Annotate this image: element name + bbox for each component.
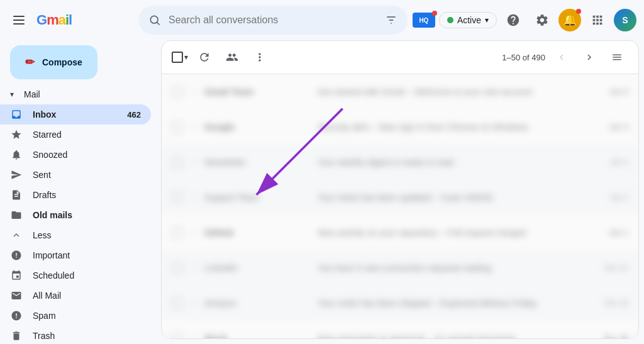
contacts-button[interactable] [221,46,243,69]
sidebar-section-mail[interactable]: ▾ Mail [0,84,161,104]
chevron-down-icon: ▾ [10,90,14,99]
sidebar-item-old-mails[interactable]: Old mails [0,205,151,225]
next-page-icon [584,52,595,63]
settings-button[interactable] [530,8,555,33]
prev-page-button[interactable] [550,46,573,69]
topbar-right: HQ Active ▾ 🔔 S [413,8,636,33]
star-icon: ☆ [191,297,199,309]
table-row[interactable]: ☆ Amazon Your order has been shipped – E… [162,286,638,321]
apps-button[interactable] [585,8,610,33]
hq-button-wrap: HQ [413,13,435,28]
star-icon [10,128,23,141]
important-label: Important [33,250,141,260]
email-list-wrapper: ☆ Gmail Team Get started with Gmail – We… [162,74,638,338]
select-all-checkbox-container: ▾ [172,52,188,63]
more-icon [253,51,266,64]
email-toolbar: ▾ 1–50 of 490 [162,41,638,74]
chevron-up-icon [10,229,23,241]
sidebar-item-all-mail[interactable]: All Mail [0,286,151,306]
starred-label: Starred [33,130,141,140]
star-icon: ☆ [191,191,199,203]
snoozed-label: Snoozed [33,150,141,160]
bell-notification-dot [576,9,581,14]
mail-section-label: Mail [24,89,40,99]
help-icon [506,13,520,27]
select-all-checkbox[interactable] [172,52,183,63]
row-checkbox [172,227,183,238]
search-input[interactable] [169,14,377,26]
svg-line-1 [157,23,160,25]
sidebar-item-drafts[interactable]: Drafts [0,185,151,205]
spam-icon [10,309,23,322]
row-checkbox [172,121,183,133]
refresh-icon [198,51,211,64]
table-row[interactable]: ☆ Support Team Your ticket has been upda… [162,180,638,215]
table-row[interactable]: ☆ Gmail Team Get started with Gmail – We… [162,74,638,109]
sidebar-item-scheduled[interactable]: Scheduled [0,265,151,286]
inbox-label: Inbox [33,109,117,119]
settings-icon [535,13,549,27]
row-checkbox [172,297,183,309]
menu-icon [13,23,25,25]
compose-label: Compose [42,57,82,67]
sidebar-item-spam[interactable]: Spam [0,306,151,326]
gmail-logo: Gmail [36,12,72,28]
table-row[interactable]: ☆ LinkedIn You have 5 new connection req… [162,250,638,286]
notification-bell-wrap: 🔔 [558,9,581,31]
hq-notification-dot [432,11,437,16]
more-options-button[interactable] [248,46,271,69]
star-icon: ☆ [191,262,199,274]
trash-label: Trash [33,331,141,341]
next-page-button[interactable] [578,46,601,69]
table-row[interactable]: ☆ Google Security alert – New sign in fr… [162,109,638,145]
sidebar-item-inbox[interactable]: Inbox 462 [0,104,151,125]
sidebar-item-snoozed[interactable]: Snoozed [0,145,151,165]
hq-button[interactable]: HQ [413,13,435,28]
select-dropdown-icon[interactable]: ▾ [184,53,188,62]
active-dot [447,17,453,23]
view-toggle-button[interactable] [606,46,628,69]
pagination-text: 1–50 of 490 [502,53,545,62]
all-mail-icon [10,289,23,302]
star-icon: ☆ [191,156,199,168]
star-icon: ☆ [191,121,199,133]
menu-button[interactable] [8,9,30,31]
star-icon: ☆ [191,332,199,338]
contacts-icon [226,51,238,64]
view-toggle-icon [611,52,623,63]
table-row[interactable]: ☆ Slack New messages in #general – 12 un… [162,321,638,338]
row-checkbox [172,262,183,274]
snooze-icon [10,148,23,161]
row-checkbox [172,157,183,168]
sidebar-item-less[interactable]: Less [0,225,151,245]
row-checkbox [172,333,183,339]
scheduled-icon [10,269,23,282]
sidebar-item-starred[interactable]: Starred [0,125,151,145]
sidebar-item-important[interactable]: Important [0,245,151,265]
help-button[interactable] [501,8,526,33]
drafts-label: Drafts [33,190,141,200]
star-icon: ☆ [191,86,199,97]
sidebar-item-trash[interactable]: Trash [0,326,151,344]
sidebar: ✏ Compose ▾ Mail Inbox 462 Starred [0,40,161,344]
search-bar [138,6,408,35]
topbar: Gmail HQ Active ▾ [0,0,644,40]
prev-page-icon [556,52,567,63]
table-row[interactable]: ☆ GitHub New activity on your repository… [162,215,638,250]
menu-icon [13,19,25,21]
compose-button[interactable]: ✏ Compose [10,45,97,79]
active-status-button[interactable]: Active ▾ [439,12,497,28]
sent-label: Sent [33,170,141,180]
email-list: ☆ Gmail Team Get started with Gmail – We… [162,74,638,338]
sidebar-item-sent[interactable]: Sent [0,165,151,185]
chevron-down-icon: ▾ [485,16,489,25]
topbar-left: Gmail [8,9,133,31]
search-filter-icon[interactable] [385,14,397,26]
compose-pencil-icon: ✏ [25,55,35,69]
email-content-area: ▾ 1–50 of 490 [161,40,639,339]
profile-avatar[interactable]: S [614,9,636,31]
apps-icon [591,13,604,27]
old-mails-label: Old mails [33,210,141,220]
refresh-button[interactable] [193,46,216,69]
table-row[interactable]: ☆ Newsletter Your weekly digest is ready… [162,145,638,180]
